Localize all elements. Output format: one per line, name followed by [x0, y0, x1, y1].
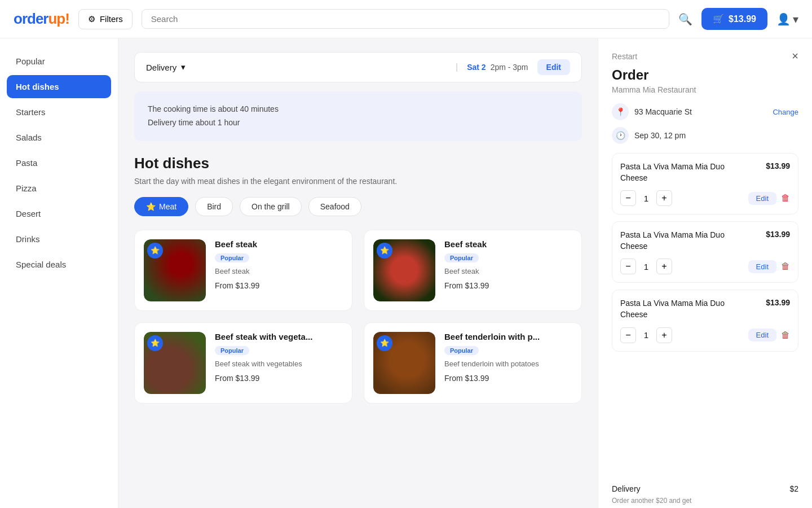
sidebar-item-pasta[interactable]: Pasta	[7, 151, 111, 174]
qty-decrease-3[interactable]: −	[620, 327, 636, 343]
sidebar-item-pizza[interactable]: Pizza	[7, 177, 111, 200]
section-description: Start the day with meat dishes in the el…	[134, 177, 582, 186]
chevron-down-icon: ▾	[181, 62, 186, 72]
product-card-beef3[interactable]: ⭐ Beef steak with vegeta... Popular Beef…	[134, 322, 352, 404]
sidebar-item-salads[interactable]: Salads	[7, 126, 111, 149]
filter-tab-meat-label: Meat	[159, 202, 176, 211]
cart-button[interactable]: 🛒 $13.99	[701, 8, 767, 30]
panel-header: Restart ×	[598, 38, 812, 63]
product-card-beef1[interactable]: ⭐ Beef steak Popular Beef steak From $13…	[134, 230, 352, 311]
sidebar-item-drinks[interactable]: Drinks	[7, 227, 111, 251]
notice-box: The cooking time is about 40 minutes Del…	[134, 91, 582, 141]
order-item-3-bottom: − 1 + Edit 🗑	[620, 327, 790, 343]
sidebar-item-popular[interactable]: Popular	[7, 50, 111, 73]
product-desc: Beef steak	[215, 267, 343, 275]
sidebar-item-hot-dishes[interactable]: Hot dishes	[7, 75, 111, 98]
order-item-1-bottom: − 1 + Edit 🗑	[620, 190, 790, 206]
favorite-icon: ⭐	[377, 335, 392, 351]
search-icon[interactable]: 🔍	[678, 12, 692, 26]
product-card-beef2[interactable]: ⭐ Beef steak Popular Beef steak From $13…	[364, 230, 582, 311]
order-item-3-top: Pasta La Viva Mama Mia Duo Cheese $13.99	[620, 298, 790, 320]
sidebar-item-special-deals[interactable]: Special deals	[7, 253, 111, 276]
filter-tab-bird[interactable]: Bird	[195, 197, 233, 216]
cart-amount: $13.99	[729, 14, 756, 24]
order-item-3-delete-button[interactable]: 🗑	[781, 330, 790, 340]
favorite-icon: ⭐	[377, 243, 392, 259]
order-datetime: Sep 30, 12 pm	[634, 131, 686, 140]
order-panel: Restart × Order Mamma Mia Restaurant 📍 9…	[598, 38, 812, 508]
delivery-total-label: Delivery	[612, 484, 641, 493]
order-info: 📍 93 Macquarie St Change 🕐 Sep 30, 12 pm	[598, 103, 812, 144]
popular-badge: Popular	[215, 346, 249, 355]
qty-decrease-2[interactable]: −	[620, 259, 636, 274]
filter-tab-meat[interactable]: ⭐ Meat	[134, 197, 188, 216]
sidebar-item-desert[interactable]: Desert	[7, 202, 111, 225]
order-item-1-top: Pasta La Viva Mama Mia Duo Cheese $13.99	[620, 161, 790, 183]
filter-tab-grill-label: On the grill	[251, 202, 290, 211]
order-item-1: Pasta La Viva Mama Mia Duo Cheese $13.99…	[612, 153, 798, 214]
qty-increase-2[interactable]: +	[656, 259, 672, 274]
delivery-select[interactable]: Delivery ▾	[146, 62, 447, 72]
product-desc: Beef steak	[444, 267, 572, 275]
restart-button[interactable]: Restart	[612, 52, 637, 61]
product-price: From $13.99	[215, 374, 343, 383]
product-desc: Beef steak with vegetables	[215, 360, 343, 368]
order-item-2-top: Pasta La Viva Mama Mia Duo Cheese $13.99	[620, 230, 790, 252]
order-item-1-delete-button[interactable]: 🗑	[781, 193, 790, 203]
change-address-button[interactable]: Change	[773, 108, 798, 116]
chevron-down-icon: ▾	[793, 12, 798, 26]
order-item-2-name: Pasta La Viva Mama Mia Duo Cheese	[620, 230, 733, 252]
sidebar-item-starters[interactable]: Starters	[7, 100, 111, 124]
header: orderup! ⚙ Filters 🔍 🛒 $13.99 👤 ▾	[0, 0, 812, 38]
search-input[interactable]	[142, 9, 669, 29]
close-button[interactable]: ×	[792, 50, 798, 63]
delivery-total-price: $2	[789, 484, 798, 493]
filter-tab-bird-label: Bird	[207, 202, 221, 211]
order-item-2-edit-button[interactable]: Edit	[748, 260, 776, 273]
order-items-list: Pasta La Viva Mama Mia Duo Cheese $13.99…	[598, 153, 812, 478]
datetime-row: 🕐 Sep 30, 12 pm	[612, 127, 798, 144]
delivery-label: Delivery	[146, 63, 176, 72]
order-item-3-price: $13.99	[766, 298, 790, 320]
user-icon: 👤	[776, 12, 791, 26]
order-item-1-name: Pasta La Viva Mama Mia Duo Cheese	[620, 161, 733, 183]
product-price: From $13.99	[215, 281, 343, 290]
order-item-3: Pasta La Viva Mama Mia Duo Cheese $13.99…	[612, 290, 798, 351]
product-desc: Beef tenderloin with potatoes	[444, 360, 572, 368]
delivery-edit-button[interactable]: Edit	[537, 59, 570, 75]
product-card-beef4[interactable]: ⭐ Beef tenderloin with p... Popular Beef…	[364, 322, 582, 404]
address-row: 📍 93 Macquarie St Change	[612, 103, 798, 120]
delivery-time-info: Sat 2 2pm - 3pm	[467, 63, 528, 72]
product-info-beef3: Beef steak with vegeta... Popular Beef s…	[215, 332, 343, 383]
order-item-1-price: $13.99	[766, 161, 790, 183]
order-item-3-name: Pasta La Viva Mama Mia Duo Cheese	[620, 298, 733, 320]
product-price: From $13.99	[444, 281, 572, 290]
filter-tab-on-the-grill[interactable]: On the grill	[240, 197, 302, 216]
product-name: Beef steak	[444, 239, 572, 249]
clock-icon: 🕐	[612, 127, 629, 144]
divider: |	[456, 62, 458, 72]
delivery-total-row: Delivery $2	[598, 478, 812, 493]
cart-icon: 🛒	[713, 14, 724, 24]
product-name: Beef steak	[215, 239, 343, 249]
order-item-2: Pasta La Viva Mama Mia Duo Cheese $13.99…	[612, 221, 798, 283]
filters-button[interactable]: ⚙ Filters	[78, 9, 133, 29]
qty-increase-1[interactable]: +	[656, 190, 672, 206]
filters-icon: ⚙	[88, 14, 95, 24]
star-icon: ⭐	[146, 202, 156, 211]
qty-decrease-1[interactable]: −	[620, 190, 636, 206]
order-item-1-edit-button[interactable]: Edit	[748, 192, 776, 205]
filter-tab-seafood[interactable]: Seafood	[308, 197, 361, 216]
product-name: Beef steak with vegeta...	[215, 332, 343, 341]
favorite-icon: ⭐	[147, 243, 163, 259]
product-info-beef2: Beef steak Popular Beef steak From $13.9…	[444, 239, 572, 290]
order-item-2-delete-button[interactable]: 🗑	[781, 261, 790, 271]
delivery-bar: Delivery ▾ | Sat 2 2pm - 3pm Edit	[134, 52, 582, 82]
filters-label: Filters	[100, 14, 123, 24]
product-image-beef4: ⭐	[373, 332, 435, 394]
qty-increase-3[interactable]: +	[656, 327, 672, 343]
qty-number-2: 1	[641, 262, 652, 271]
user-menu-button[interactable]: 👤 ▾	[776, 12, 798, 26]
order-item-3-edit-button[interactable]: Edit	[748, 329, 776, 341]
popular-badge: Popular	[215, 253, 249, 262]
